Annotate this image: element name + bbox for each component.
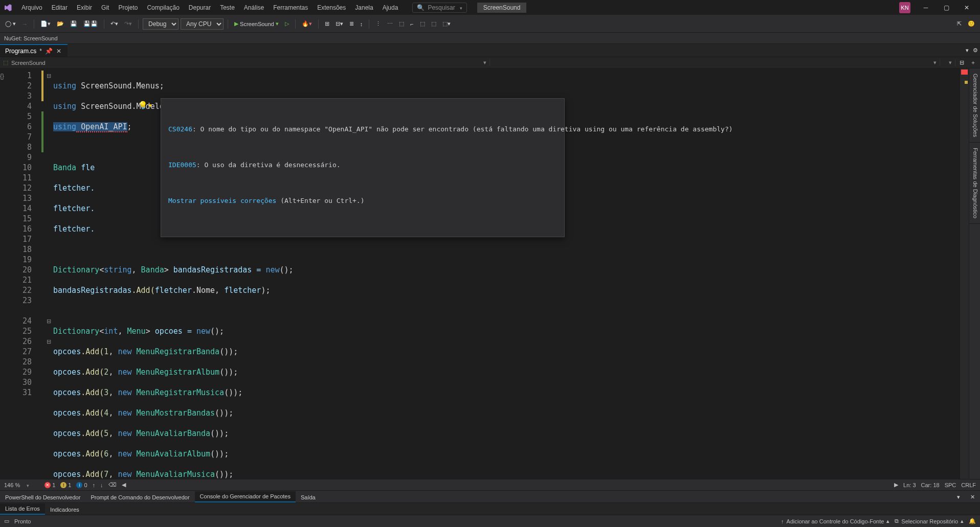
menu-editar[interactable]: Editar [48, 2, 72, 13]
split-icon[interactable]: ⊟ [957, 57, 966, 68]
menu-arquivo[interactable]: Arquivo [17, 2, 47, 13]
tab-error-list[interactable]: Lista de Erros [0, 503, 45, 515]
new-item-button[interactable]: 📄▾ [38, 19, 53, 29]
platform-select[interactable]: Any CPU [181, 18, 224, 30]
error-msg-2: : O uso da diretiva é desnecessário. [196, 161, 341, 169]
source-control-button[interactable]: ↑ Adicionar ao Controle do Código-Fonte … [781, 518, 889, 524]
tb-btn-3[interactable]: ≣ [347, 19, 356, 29]
search-placeholder: Pesquisar [428, 4, 455, 11]
csharp-icon: ⬚ [3, 59, 8, 66]
error-code-link-2[interactable]: IDE0005 [168, 161, 196, 169]
editor-status-bar: 146 % ✕1 !1 i0 ↑ ↓ ⌫ ◀ ▶ Ln: 3 Car: 18 S… [0, 479, 980, 490]
hot-reload-button[interactable]: 🔥▾ [300, 19, 314, 29]
code-editor[interactable]: {} 123456789 1011121314151617 1819202122… [0, 68, 969, 479]
save-button[interactable]: 💾 [68, 19, 79, 29]
menu-teste[interactable]: Teste [216, 2, 239, 13]
minimize-button[interactable]: ─ [916, 1, 936, 15]
nav-bar: ⬚ ScreenSound ▾ ▾ ▾ ⊟ ＋ [0, 57, 980, 68]
tb-btn-9[interactable]: ⬚ [418, 19, 427, 29]
tab-program-cs[interactable]: Program.cs* 📌 ✕ [0, 44, 68, 57]
menu-depurar[interactable]: Depurar [185, 2, 215, 13]
close-icon[interactable]: ✕ [55, 48, 62, 55]
show-fixes-link[interactable]: Mostrar possíveis correções [168, 197, 276, 204]
menu-git[interactable]: Git [97, 2, 113, 13]
indent-mode[interactable]: SPC [945, 482, 956, 488]
error-count[interactable]: ✕1 [44, 482, 55, 488]
lightbulb-icon[interactable]: 💡▾ [140, 100, 150, 110]
tb-btn-2[interactable]: ⊟▾ [333, 19, 345, 29]
warning-count[interactable]: !1 [60, 482, 71, 488]
menu-compilacao[interactable]: Compilação [143, 2, 183, 13]
start-debug-button[interactable]: ▶ ScreenSound ▾ [232, 19, 281, 29]
tab-cmd[interactable]: Prompt de Comando do Desenvolvedor [85, 492, 194, 502]
tb-btn-8[interactable]: ⌐ [408, 19, 415, 29]
open-button[interactable]: 📂 [55, 19, 66, 29]
feedback-button[interactable]: 🙂 [966, 19, 977, 29]
panel-collapse-icon[interactable]: ▾ [952, 492, 965, 502]
eol-mode[interactable]: CRLF [961, 482, 976, 488]
menu-projeto[interactable]: Projeto [114, 2, 142, 13]
menu-ferramentas[interactable]: Ferramentas [269, 2, 312, 13]
menu-ajuda[interactable]: Ajuda [378, 2, 403, 13]
nav-project-dropdown[interactable]: ⬚ ScreenSound ▾ [0, 59, 490, 66]
search-box[interactable]: 🔍 Pesquisar [412, 3, 466, 13]
dirty-indicator: * [39, 48, 42, 55]
vertical-scrollbar[interactable] [960, 68, 969, 479]
info-count[interactable]: i0 [76, 482, 87, 488]
nav-down-icon[interactable]: ↓ [100, 482, 103, 488]
config-select[interactable]: Debug [143, 18, 179, 30]
menu-analise[interactable]: Análise [240, 2, 268, 13]
nav-fwd-button[interactable]: → [20, 19, 30, 29]
notifications-icon[interactable]: 🔔 [969, 518, 976, 524]
start-nodebug-button[interactable]: ▷ [283, 19, 291, 29]
bottom-panel-tabs-1: PowerShell do Desenvolvedor Prompt de Co… [0, 490, 980, 502]
menu-extensoes[interactable]: Extensões [313, 2, 350, 13]
code-content[interactable]: using ScreenSound.Menus; using ScreenSou… [53, 68, 960, 479]
status-bar: ▭ Pronto ↑ Adicionar ao Controle do Códi… [0, 515, 980, 527]
tab-output[interactable]: Saída [296, 492, 321, 502]
solution-name: ScreenSound [477, 3, 527, 13]
pin-icon[interactable]: 📌 [45, 48, 52, 55]
nav-back-button[interactable]: ◯ ▾ [3, 19, 18, 29]
live-share-button[interactable]: ⇱ [955, 19, 964, 29]
tb-btn-1[interactable]: ⊞ [323, 19, 331, 29]
sidebar-tab-solution-explorer[interactable]: Gerenciador de Soluções [969, 68, 980, 143]
tb-btn-5[interactable]: ⋮ [373, 19, 383, 29]
menu-exibir[interactable]: Exibir [73, 2, 96, 13]
tb-btn-4[interactable]: ↕ [358, 19, 365, 29]
cursor-col: Car: 18 [921, 482, 940, 488]
output-icon[interactable]: ▭ [4, 518, 9, 524]
tb-btn-6[interactable]: ⋯ [385, 19, 395, 29]
select-repo-button[interactable]: ⧉ Selecionar Repositório ▴ [895, 518, 964, 524]
nav-type-dropdown[interactable]: ▾ [490, 59, 940, 66]
panel-close-icon[interactable]: ✕ [965, 492, 980, 502]
document-tabs: Program.cs* 📌 ✕ ▾ ⚙ [0, 44, 980, 57]
tab-powershell[interactable]: PowerShell do Desenvolvedor [0, 492, 85, 502]
tab-package-console[interactable]: Console do Gerenciador de Pacotes [195, 491, 296, 502]
nuget-tab[interactable]: NuGet: ScreenSound [4, 35, 58, 41]
hscroll-right-icon[interactable]: ▶ [894, 482, 898, 488]
save-all-button[interactable]: 💾💾 [81, 19, 100, 29]
undo-button[interactable]: ↶▾ [108, 19, 120, 29]
maximize-button[interactable]: ▢ [936, 1, 956, 15]
sidebar-tab-diagnostics[interactable]: Ferramentas de Diagnóstico [969, 143, 980, 224]
nav-clear-icon[interactable]: ⌫ [108, 482, 117, 488]
close-button[interactable]: ✕ [956, 1, 977, 15]
nav-up-icon[interactable]: ↑ [93, 482, 96, 488]
user-avatar[interactable]: KN [899, 2, 910, 13]
tb-btn-7[interactable]: ⬚ [397, 19, 406, 29]
error-msg-1: : O nome do tipo ou do namespace "OpenAI… [192, 125, 733, 133]
tb-btn-11[interactable]: ⬚▾ [440, 19, 453, 29]
menu-janela[interactable]: Janela [351, 2, 377, 13]
nav-member-dropdown[interactable]: ▾ [940, 59, 955, 66]
zoom-level[interactable]: 146 % [4, 482, 20, 488]
error-code-link[interactable]: CS0246 [168, 125, 192, 133]
hscroll-left-icon[interactable]: ◀ [122, 482, 126, 488]
expand-icon[interactable]: ＋ [968, 57, 978, 68]
tab-overflow-button[interactable]: ▾ [964, 44, 971, 57]
redo-button[interactable]: ↷▾ [122, 19, 134, 29]
tb-btn-10[interactable]: ⬚ [429, 19, 438, 29]
tab-settings-button[interactable]: ⚙ [971, 44, 980, 57]
tab-indicators[interactable]: Indicadores [45, 505, 84, 515]
nuget-tab-bar: NuGet: ScreenSound [0, 33, 980, 44]
